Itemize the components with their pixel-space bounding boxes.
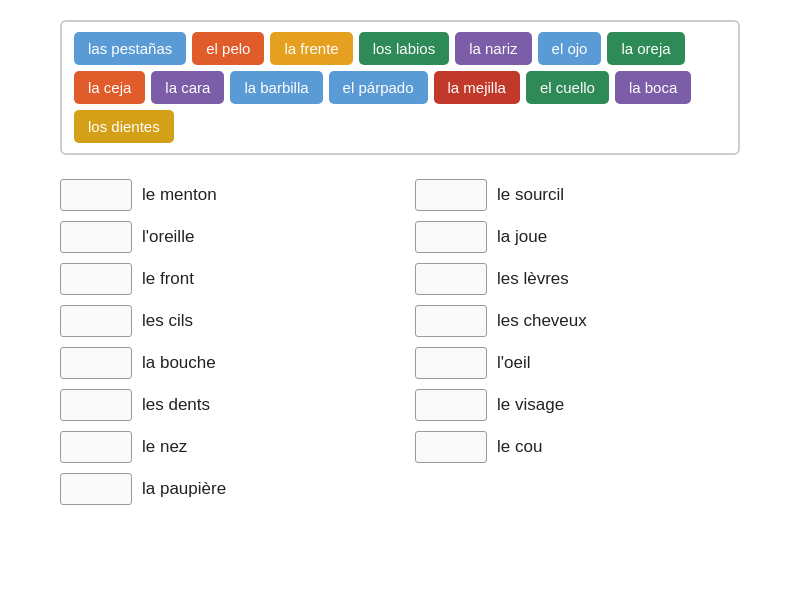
match-row-right-7 [415, 473, 740, 505]
answer-box-sourcil[interactable] [415, 179, 487, 211]
match-area: le mentonle sourcill'oreillela jouele fr… [60, 179, 740, 509]
word-chip-oreja[interactable]: la oreja [607, 32, 684, 65]
match-label-oeil: l'oeil [497, 353, 531, 373]
match-row-right-6: le cou [415, 431, 740, 463]
match-row-left-4: la bouche [60, 347, 385, 379]
match-label-sourcil: le sourcil [497, 185, 564, 205]
word-chip-nariz[interactable]: la nariz [455, 32, 531, 65]
match-label-levres: les lèvres [497, 269, 569, 289]
match-label-cheveux: les cheveux [497, 311, 587, 331]
answer-box-menton[interactable] [60, 179, 132, 211]
answer-box-oreille[interactable] [60, 221, 132, 253]
word-chip-pestanas[interactable]: las pestañas [74, 32, 186, 65]
match-row-right-2: les lèvres [415, 263, 740, 295]
match-label-menton: le menton [142, 185, 217, 205]
answer-box-cheveux[interactable] [415, 305, 487, 337]
match-row-right-1: la joue [415, 221, 740, 253]
match-label-bouche: la bouche [142, 353, 216, 373]
answer-box-dents[interactable] [60, 389, 132, 421]
match-row-right-0: le sourcil [415, 179, 740, 211]
word-chip-mejilla[interactable]: la mejilla [434, 71, 520, 104]
match-label-visage: le visage [497, 395, 564, 415]
answer-box-cou[interactable] [415, 431, 487, 463]
word-chip-cara[interactable]: la cara [151, 71, 224, 104]
word-bank: las pestañasel pelola frentelos labiosla… [60, 20, 740, 155]
match-row-left-0: le menton [60, 179, 385, 211]
match-label-oreille: l'oreille [142, 227, 194, 247]
match-row-left-3: les cils [60, 305, 385, 337]
answer-box-bouche[interactable] [60, 347, 132, 379]
answer-box-nez[interactable] [60, 431, 132, 463]
match-label-cils: les cils [142, 311, 193, 331]
word-chip-boca[interactable]: la boca [615, 71, 691, 104]
match-row-right-3: les cheveux [415, 305, 740, 337]
match-row-left-2: le front [60, 263, 385, 295]
answer-box-front[interactable] [60, 263, 132, 295]
match-row-right-5: le visage [415, 389, 740, 421]
word-chip-barbilla[interactable]: la barbilla [230, 71, 322, 104]
match-row-left-7: la paupière [60, 473, 385, 505]
answer-box-joue[interactable] [415, 221, 487, 253]
word-chip-pelo[interactable]: el pelo [192, 32, 264, 65]
word-chip-ceja[interactable]: la ceja [74, 71, 145, 104]
answer-box-levres[interactable] [415, 263, 487, 295]
word-chip-frente[interactable]: la frente [270, 32, 352, 65]
match-label-nez: le nez [142, 437, 187, 457]
match-row-left-6: le nez [60, 431, 385, 463]
match-row-left-5: les dents [60, 389, 385, 421]
word-chip-cuello[interactable]: el cuello [526, 71, 609, 104]
answer-box-paupiere[interactable] [60, 473, 132, 505]
word-chip-parpado[interactable]: el párpado [329, 71, 428, 104]
answer-box-visage[interactable] [415, 389, 487, 421]
word-chip-labios[interactable]: los labios [359, 32, 450, 65]
match-label-paupiere: la paupière [142, 479, 226, 499]
answer-box-cils[interactable] [60, 305, 132, 337]
match-label-joue: la joue [497, 227, 547, 247]
word-chip-ojo[interactable]: el ojo [538, 32, 602, 65]
match-label-front: le front [142, 269, 194, 289]
answer-box-oeil[interactable] [415, 347, 487, 379]
match-row-right-4: l'oeil [415, 347, 740, 379]
word-chip-dientes[interactable]: los dientes [74, 110, 174, 143]
match-row-left-1: l'oreille [60, 221, 385, 253]
match-label-dents: les dents [142, 395, 210, 415]
match-label-cou: le cou [497, 437, 542, 457]
